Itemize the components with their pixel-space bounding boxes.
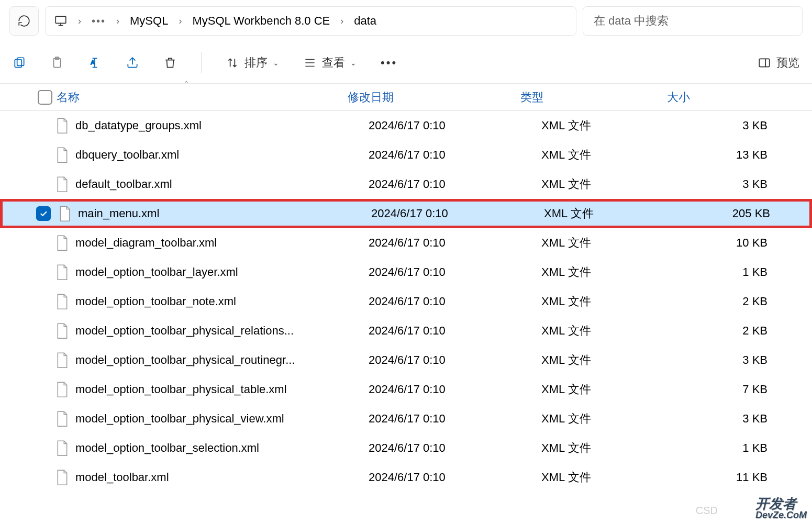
trash-icon — [163, 56, 177, 70]
file-row[interactable]: model_option_toolbar_layer.xml 2024/6/17… — [0, 258, 812, 287]
chevron-down-icon: ⌄ — [350, 59, 357, 67]
file-size: 3 KB — [688, 177, 777, 191]
column-date[interactable]: 修改日期 — [348, 90, 520, 105]
file-icon — [55, 235, 69, 251]
file-size: 205 KB — [691, 207, 780, 220]
preview-label: 预览 — [776, 55, 799, 71]
sort-button[interactable]: 排序 ⌄ — [226, 55, 279, 71]
file-size: 13 KB — [688, 148, 777, 162]
delete-button[interactable] — [163, 56, 177, 70]
column-type[interactable]: 类型 — [520, 90, 667, 105]
address-bar: › ••• › MySQL › MySQL Workbench 8.0 CE ›… — [0, 0, 812, 42]
breadcrumb-item[interactable]: MySQL — [130, 14, 168, 28]
paste-button[interactable] — [50, 56, 64, 70]
more-button[interactable]: ••• — [381, 56, 397, 70]
breadcrumb[interactable]: › ••• › MySQL › MySQL Workbench 8.0 CE ›… — [45, 6, 576, 36]
chevron-down-icon: ⌄ — [273, 59, 279, 67]
paste-icon — [50, 56, 64, 70]
view-icon — [303, 56, 317, 70]
watermark-main: 开发者 — [755, 496, 796, 511]
refresh-button[interactable] — [9, 6, 39, 36]
file-size: 3 KB — [688, 119, 777, 132]
file-icon — [55, 381, 69, 398]
file-name: dbquery_toolbar.xml — [75, 148, 369, 162]
file-row[interactable]: default_toolbar.xml 2024/6/17 0:10 XML 文… — [0, 170, 812, 199]
chevron-right-icon: › — [179, 16, 182, 27]
watermark-sub: DevZe.CoM — [755, 510, 807, 521]
file-type: XML 文件 — [541, 323, 688, 339]
svg-rect-2 — [17, 58, 24, 65]
breadcrumb-item[interactable]: MySQL Workbench 8.0 CE — [192, 14, 330, 28]
rename-button[interactable]: A — [88, 56, 102, 70]
row-checkbox[interactable] — [36, 206, 51, 221]
new-button[interactable] — [13, 56, 26, 70]
file-date: 2024/6/17 0:10 — [369, 441, 541, 455]
file-size: 3 KB — [688, 353, 777, 367]
file-name: model_option_toolbar_physical_routinegr.… — [75, 353, 369, 367]
file-row[interactable]: db_datatype_groups.xml 2024/6/17 0:10 XM… — [0, 111, 812, 140]
file-row[interactable]: model_option_toolbar_physical_routinegr.… — [0, 345, 812, 375]
select-all-checkbox[interactable] — [38, 90, 52, 105]
file-size: 7 KB — [688, 383, 777, 396]
file-row[interactable]: model_option_toolbar_physical_relations.… — [0, 316, 812, 345]
column-size[interactable]: 大小 — [667, 90, 756, 105]
file-date: 2024/6/17 0:10 — [369, 177, 541, 191]
column-headers: ⌃ 名称 修改日期 类型 大小 — [0, 84, 812, 111]
file-date: 2024/6/17 0:10 — [369, 236, 541, 250]
file-date: 2024/6/17 0:10 — [369, 265, 541, 279]
view-label: 查看 — [322, 55, 345, 71]
file-row[interactable]: model_option_toolbar_physical_view.xml 2… — [0, 404, 812, 433]
file-row[interactable]: model_option_toolbar_selection.xml 2024/… — [0, 433, 812, 463]
breadcrumb-item[interactable]: data — [354, 14, 376, 28]
file-row[interactable]: main_menu.xml 2024/6/17 0:10 XML 文件 205 … — [0, 199, 812, 228]
file-icon — [55, 176, 69, 193]
file-name: model_option_toolbar_layer.xml — [75, 265, 369, 279]
file-type: XML 文件 — [541, 352, 688, 368]
file-type: XML 文件 — [541, 264, 688, 280]
file-row[interactable]: model_option_toolbar_physical_table.xml … — [0, 375, 812, 404]
file-size: 2 KB — [688, 324, 777, 338]
file-date: 2024/6/17 0:10 — [371, 207, 544, 220]
file-size: 1 KB — [688, 265, 777, 279]
file-icon — [55, 147, 69, 163]
share-button[interactable] — [126, 56, 139, 70]
svg-rect-0 — [55, 16, 66, 23]
file-row[interactable]: model_diagram_toolbar.xml 2024/6/17 0:10… — [0, 228, 812, 258]
search-box[interactable] — [583, 6, 803, 36]
chevron-right-icon: › — [340, 16, 343, 27]
search-input[interactable] — [594, 14, 792, 28]
file-icon — [55, 322, 69, 339]
file-row[interactable]: model_option_toolbar_note.xml 2024/6/17 … — [0, 287, 812, 316]
more-icon: ••• — [381, 56, 397, 70]
monitor-icon — [54, 14, 68, 28]
file-size: 11 KB — [688, 471, 777, 484]
watermark-csd: CSD — [696, 505, 718, 517]
file-row[interactable]: model_toolbar.xml 2024/6/17 0:10 XML 文件 … — [0, 463, 812, 492]
file-icon — [55, 410, 69, 427]
file-type: XML 文件 — [541, 470, 688, 485]
file-name: model_option_toolbar_physical_view.xml — [75, 412, 369, 426]
svg-text:A: A — [91, 59, 95, 65]
chevron-right-icon: › — [116, 16, 119, 27]
file-date: 2024/6/17 0:10 — [369, 295, 541, 308]
file-type: XML 文件 — [541, 235, 688, 251]
file-date: 2024/6/17 0:10 — [369, 353, 541, 367]
breadcrumb-more[interactable]: ••• — [92, 15, 106, 27]
file-type: XML 文件 — [541, 294, 688, 309]
file-size: 3 KB — [688, 412, 777, 426]
file-row[interactable]: dbquery_toolbar.xml 2024/6/17 0:10 XML 文… — [0, 140, 812, 170]
file-icon — [55, 293, 69, 310]
new-icon — [13, 56, 26, 70]
file-type: XML 文件 — [541, 440, 688, 456]
preview-button[interactable]: 预览 — [758, 55, 799, 71]
column-name[interactable]: 名称 — [34, 90, 348, 105]
svg-rect-6 — [759, 59, 770, 66]
file-icon — [55, 469, 69, 486]
file-list: db_datatype_groups.xml 2024/6/17 0:10 XM… — [0, 111, 812, 492]
file-type: XML 文件 — [541, 118, 688, 133]
file-icon — [58, 205, 72, 222]
file-name: default_toolbar.xml — [75, 177, 369, 191]
refresh-icon — [17, 14, 31, 28]
view-button[interactable]: 查看 ⌄ — [303, 55, 357, 71]
file-icon — [55, 117, 69, 134]
